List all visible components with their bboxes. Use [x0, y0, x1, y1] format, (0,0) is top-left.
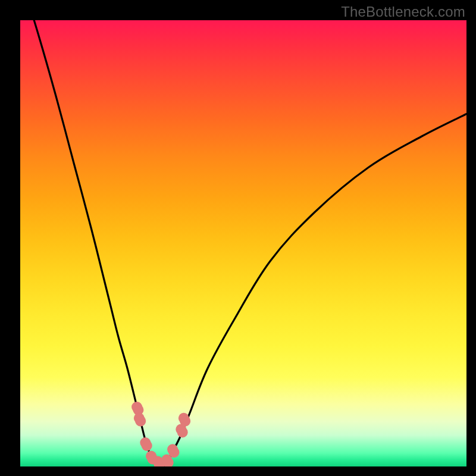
svg-point-5 — [142, 440, 152, 451]
curve-markers — [131, 402, 190, 466]
curve-marker — [140, 437, 152, 451]
svg-point-13 — [168, 447, 179, 458]
svg-point-17 — [180, 416, 190, 427]
plot-area — [20, 20, 466, 466]
bottleneck-curve-svg — [20, 20, 466, 466]
svg-point-3 — [135, 416, 146, 427]
svg-point-15 — [177, 427, 188, 437]
bottleneck-curve — [20, 20, 466, 466]
watermark-text: TheBottleneck.com — [341, 4, 465, 20]
curve-marker — [134, 413, 146, 427]
chart-frame: TheBottleneck.com — [0, 0, 476, 476]
